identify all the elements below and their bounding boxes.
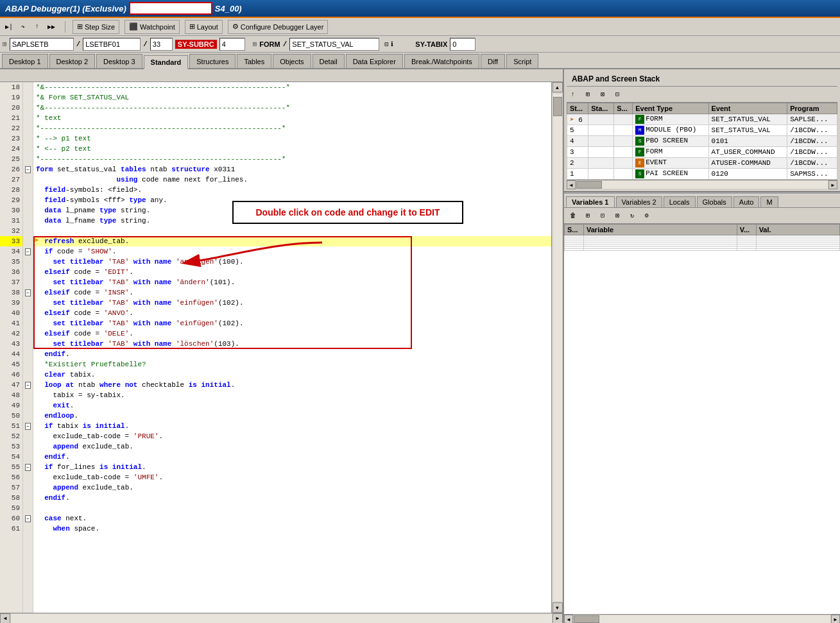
code-line-32[interactable] — [33, 226, 551, 236]
stack-row-4[interactable]: 4 SPBO SCREEN 0101 /1BCDW... — [567, 136, 837, 147]
vars-scroll-left[interactable]: ◀ — [564, 615, 573, 623]
code-line-41[interactable]: set titlebar 'TAB' with name 'einfügen'(… — [33, 318, 551, 329]
tab-detail[interactable]: Detail — [313, 54, 345, 68]
stack-icon-1[interactable]: ↑ — [567, 88, 579, 101]
step-icon-2[interactable]: ↷ — [17, 21, 30, 33]
code-line-60[interactable]: case next. — [33, 513, 551, 524]
code-line-47[interactable]: loop at ntab where not checktable is ini… — [33, 380, 551, 390]
code-line-22[interactable]: *---------------------------------------… — [33, 123, 551, 133]
vars-scroll-thumb[interactable] — [574, 615, 599, 623]
code-line-44[interactable]: endif. — [33, 349, 551, 359]
code-line-23[interactable]: * --> p1 text — [33, 133, 551, 144]
var-settings-icon[interactable]: ⚙ — [640, 209, 653, 222]
code-line-51[interactable]: if tabix is initial. — [33, 421, 551, 431]
scroll-down-btn[interactable]: ▼ — [553, 602, 563, 613]
configure-debugger-button[interactable]: ⚙ Configure Debugger Layer — [228, 20, 329, 34]
code-line-58[interactable]: endif. — [33, 493, 551, 503]
code-line-36[interactable]: elseif code = 'EDIT'. — [33, 267, 551, 277]
var-tab-2[interactable]: Variables 2 — [616, 196, 662, 207]
code-line-35[interactable]: set titlebar 'TAB' with name 'anzeigen'(… — [33, 257, 551, 267]
tab-data-explorer[interactable]: Data Explorer — [346, 54, 403, 68]
program-field[interactable] — [10, 38, 74, 51]
fold-26[interactable]: − — [23, 164, 33, 175]
code-line-39[interactable]: set titlebar 'TAB' with name 'einfügen'(… — [33, 298, 551, 308]
step-icon-3[interactable]: ↑ — [31, 21, 44, 33]
stack-icon-2[interactable]: ⊞ — [581, 88, 594, 101]
tab-standard[interactable]: Standard — [144, 55, 189, 69]
form-field[interactable] — [289, 38, 379, 51]
code-line-50[interactable]: endloop. — [33, 411, 551, 421]
fold-38[interactable]: − — [23, 287, 33, 298]
code-line-42[interactable]: elseif code = 'DELE'. — [33, 329, 551, 339]
code-line-53[interactable]: append exclude_tab. — [33, 441, 551, 452]
stack-row-5[interactable]: 5 MMODULE (PBO) SET_STATUS_VAL /1BCDW... — [567, 125, 837, 136]
code-line-54[interactable]: endif. — [33, 452, 551, 462]
code-line-27[interactable]: using code name next for_lines. — [33, 175, 551, 185]
code-line-37[interactable]: set titlebar 'TAB' with name 'ändern'(10… — [33, 277, 551, 287]
stack-hscroll[interactable]: ◀ ▶ — [567, 180, 837, 189]
stack-row-3[interactable]: 3 FFORM AT_USER_COMMAND /1BCDW... — [567, 147, 837, 158]
h-scroll-track[interactable] — [11, 614, 552, 623]
code-line-52[interactable]: exclude_tab-code = 'PRUE'. — [33, 431, 551, 441]
var-tab-1[interactable]: Variables 1 — [566, 196, 615, 207]
sy-subrc-field[interactable] — [219, 38, 245, 51]
code-line-34[interactable]: if code = 'SHOW'. — [33, 246, 551, 257]
stack-scroll-track[interactable] — [576, 181, 828, 189]
tab-diff[interactable]: Diff — [481, 54, 505, 68]
code-line-48[interactable]: tabix = sy-tabix. — [33, 390, 551, 400]
step-icon-1[interactable]: ▶| — [3, 21, 15, 33]
vars-body[interactable]: S... Variable V... Val. — [564, 224, 840, 614]
tab-structures[interactable]: Structures — [189, 54, 236, 68]
var-tab-m[interactable]: M — [760, 196, 778, 207]
tab-objects[interactable]: Objects — [273, 54, 311, 68]
nav-icon1[interactable]: ⊡ — [384, 40, 388, 48]
tab-desktop1[interactable]: Desktop 1 — [2, 54, 48, 68]
vars-row-8[interactable] — [565, 249, 840, 251]
code-line-59[interactable] — [33, 503, 551, 513]
v-scrollbar[interactable]: ▲ ▼ — [551, 82, 563, 613]
stack-row-1[interactable]: 1 SPAI SCREEN 0120 SAPMSS... — [567, 169, 837, 180]
h-scrollbar[interactable]: ◀ ▶ — [0, 613, 563, 623]
var-copy-icon[interactable]: ⊠ — [611, 209, 624, 222]
fold-55[interactable]: − — [23, 462, 33, 472]
sy-tabix-field[interactable] — [450, 38, 476, 51]
code-line-25[interactable]: *---------------------------------------… — [33, 154, 551, 164]
include-field[interactable] — [83, 38, 141, 51]
tab-desktop2[interactable]: Desktop 2 — [49, 54, 96, 68]
code-line-19[interactable]: *& Form SET_STATUS_VAL — [33, 92, 551, 103]
code-line-24[interactable]: * <-- p2 text — [33, 144, 551, 154]
tab-script[interactable]: Script — [506, 54, 538, 68]
var-tab-locals[interactable]: Locals — [664, 196, 696, 207]
h-scroll-left[interactable]: ◀ — [0, 613, 10, 624]
code-line-38[interactable]: elseif code = 'INSR'. — [33, 287, 551, 298]
code-line-21[interactable]: * text — [33, 113, 551, 123]
code-line-28[interactable]: field-symbols: <field>. — [33, 185, 551, 195]
tab-tables[interactable]: Tables — [237, 54, 271, 68]
code-line-20[interactable]: *&--------------------------------------… — [33, 103, 551, 113]
tab-breakpoints[interactable]: Break./Watchpoints — [404, 54, 479, 68]
code-line-49[interactable]: exit. — [33, 400, 551, 411]
code-line-61[interactable]: when space. — [33, 524, 551, 534]
scroll-track[interactable] — [553, 94, 562, 601]
code-line-56[interactable]: exclude_tab-code = 'UMFE'. — [33, 472, 551, 482]
stack-scroll-left[interactable]: ◀ — [567, 180, 576, 189]
nav-icon2[interactable]: ℹ — [391, 40, 393, 48]
layout-button[interactable]: ⊞ Layout — [185, 20, 223, 34]
line-field[interactable] — [150, 38, 173, 51]
fold-60[interactable]: − — [23, 513, 33, 524]
vars-hscroll[interactable]: ◀ ▶ — [564, 614, 840, 623]
stack-row-6[interactable]: ➤ 6 FFORM SET_STATUS_VAL SAPLSE... — [567, 114, 837, 125]
code-line-40[interactable]: elseif code = 'ANVO'. — [33, 308, 551, 318]
title-input[interactable] — [129, 2, 212, 15]
var-refresh-icon[interactable]: ↻ — [626, 209, 639, 222]
stack-icon-3[interactable]: ⊠ — [596, 88, 609, 101]
scroll-up-btn[interactable]: ▲ — [553, 82, 563, 92]
step-icon-4[interactable]: ▶▶ — [45, 21, 58, 33]
fold-51[interactable]: − — [23, 421, 33, 431]
tab-desktop3[interactable]: Desktop 3 — [96, 54, 142, 68]
fold-47[interactable]: − — [23, 380, 33, 390]
code-line-33[interactable]: refresh exclude_tab. — [33, 236, 551, 246]
code-line-26[interactable]: form set_status_val tables ntab structur… — [33, 164, 551, 175]
var-expand-icon[interactable]: ⊡ — [596, 209, 609, 222]
stack-scroll-right[interactable]: ▶ — [828, 180, 837, 189]
